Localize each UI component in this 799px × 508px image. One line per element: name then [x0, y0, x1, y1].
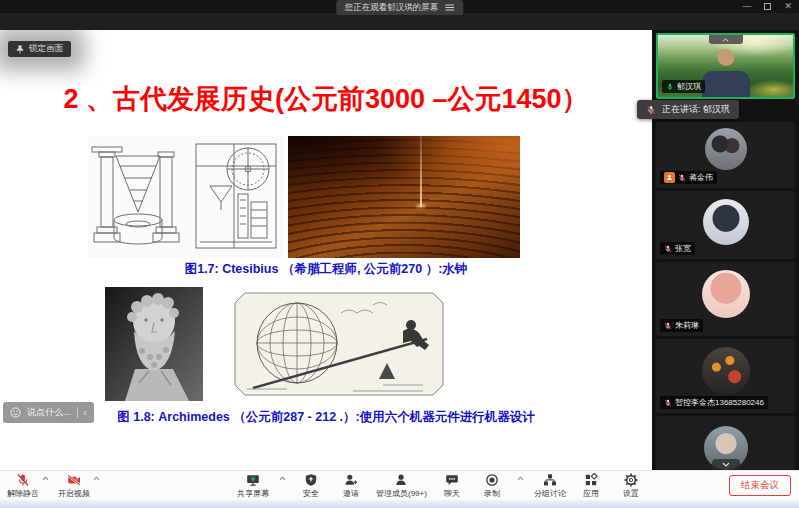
avatar [702, 270, 750, 318]
chevron-up-icon[interactable] [517, 476, 524, 481]
participant-tile-speaking[interactable]: 郁汉琪 [656, 33, 795, 99]
chat-button[interactable]: 聊天 [437, 473, 467, 499]
apps-button[interactable]: 应用 [576, 473, 606, 499]
close-button[interactable]: ✕ [784, 1, 792, 11]
microphone-muted-icon [664, 322, 672, 330]
scroll-more-indicator[interactable] [712, 459, 740, 470]
participant-tile[interactable]: 朱莉琳 [656, 262, 795, 336]
end-meeting-button[interactable]: 结束会议 [729, 475, 791, 496]
participants-panel: 郁汉琪 蒋金伟 [652, 30, 799, 470]
avatar [705, 128, 747, 170]
participant-name-tag: 张宽 [660, 242, 695, 255]
participant-name: 朱莉琳 [675, 320, 699, 331]
participant-name-tag: 郁汉琪 [662, 80, 705, 93]
person-icon [394, 473, 408, 487]
window-controls: — ✕ [742, 1, 792, 11]
chat-quick-input[interactable]: 说点什么... ‹ [3, 402, 94, 423]
desktop-taskbar-edge [0, 500, 799, 508]
minimize-button[interactable]: — [742, 1, 751, 11]
microphone-muted-icon [16, 473, 30, 487]
lock-view-label: 锁定画面 [29, 43, 63, 55]
share-screen-icon [246, 473, 260, 487]
divider [77, 407, 78, 418]
invite-button[interactable]: 邀请 [336, 473, 366, 499]
meeting-window: 您正在观看郁汉琪的屏幕 — ✕ i 23:36 演讲者视图 [0, 0, 799, 508]
chat-placeholder: 说点什么... [27, 406, 71, 419]
chevron-up-icon[interactable] [93, 476, 100, 481]
chevron-up-icon[interactable] [42, 476, 49, 481]
participant-name-tag: 蒋金伟 [660, 171, 717, 184]
participant-tile[interactable] [656, 416, 795, 470]
watching-banner: 您正在观看郁汉琪的屏幕 [336, 0, 464, 15]
unmute-button[interactable]: 解除静音 [7, 473, 39, 499]
speaking-toast: 正在讲话: 郁汉琪 [637, 100, 739, 119]
avatar [703, 199, 749, 245]
security-button[interactable]: 安全 [296, 473, 326, 499]
shield-icon [304, 473, 318, 487]
person-plus-icon [344, 473, 358, 487]
slide-title: 2 、古代发展历史(公元前3000 –公元1450） [0, 81, 652, 117]
participant-name-tag: 智控李金杰13685280246 [660, 396, 768, 409]
record-icon [485, 473, 499, 487]
microphone-muted-icon [664, 245, 672, 253]
participant-video-body [702, 71, 750, 99]
toolbar-center-group: 共享屏幕 安全 邀请 [237, 473, 646, 499]
breakout-groups-icon [543, 473, 557, 487]
manage-members-button[interactable]: 管理成员(99+) [376, 473, 427, 499]
toolbar-left-group: 解除静音 开启视频 [7, 473, 100, 499]
participant-tile[interactable]: 智控李金杰13685280246 [656, 339, 795, 413]
participant-name: 张宽 [675, 243, 691, 254]
gear-icon [624, 473, 638, 487]
host-badge-icon [664, 172, 675, 183]
emoji-icon[interactable] [10, 407, 21, 418]
water-stream [420, 136, 422, 207]
caption-fig-1-7: 图1.7: Ctesibius （希腊工程师, 公元前270 ）:水钟 [0, 261, 652, 278]
record-button[interactable]: 录制 [477, 473, 507, 499]
participant-name-tag: 朱莉琳 [660, 319, 703, 332]
breakout-rooms-button[interactable]: 分组讨论 [534, 473, 566, 499]
water-splash [416, 204, 426, 208]
status-bar [0, 13, 799, 30]
apps-grid-icon [584, 473, 598, 487]
banner-menu-icon[interactable] [445, 4, 454, 11]
chevron-up-icon[interactable] [279, 476, 286, 481]
water-clock-engraving-image [88, 136, 284, 258]
archimedes-bust-image [105, 287, 203, 401]
chevron-up-icon [722, 38, 729, 42]
pushpin-icon [16, 45, 24, 54]
chevron-down-icon [722, 462, 730, 467]
participant-name: 智控李金杰13685280246 [675, 397, 764, 408]
participant-name: 郁汉琪 [677, 81, 701, 92]
microphone-on-icon [666, 83, 674, 91]
participant-tile[interactable]: 蒋金伟 [656, 122, 795, 188]
water-ripple-photo [288, 136, 520, 258]
watching-banner-text: 您正在观看郁汉琪的屏幕 [345, 2, 439, 14]
shared-screen: 锁定画面 2 、古代发展历史(公元前3000 –公元1450） [0, 30, 652, 470]
avatar [702, 347, 750, 395]
lock-view-button[interactable]: 锁定画面 [8, 41, 71, 57]
archimedes-lever-engraving-image [233, 291, 445, 397]
meeting-toolbar: 解除静音 开启视频 [0, 470, 799, 500]
start-video-button[interactable]: 开启视频 [58, 473, 90, 499]
settings-button[interactable]: 设置 [616, 473, 646, 499]
camera-off-icon [67, 473, 81, 487]
microphone-muted-icon [646, 105, 656, 115]
maximize-button[interactable] [764, 3, 771, 10]
collapse-panel-tab[interactable] [709, 35, 743, 44]
participant-name: 蒋金伟 [689, 172, 713, 183]
chat-bubble-icon [445, 473, 459, 487]
share-screen-button[interactable]: 共享屏幕 [237, 473, 269, 499]
caption-fig-1-8: 图 1.8: Archimedes （公元前287 - 212 .）:使用六个机… [0, 409, 652, 426]
speaking-toast-text: 正在讲话: 郁汉琪 [662, 103, 730, 116]
microphone-muted-icon [678, 174, 686, 182]
participant-tile[interactable]: 张宽 [656, 191, 795, 259]
participant-video-person [717, 49, 734, 66]
microphone-muted-icon [664, 399, 672, 407]
collapse-left-icon[interactable]: ‹ [84, 407, 87, 418]
